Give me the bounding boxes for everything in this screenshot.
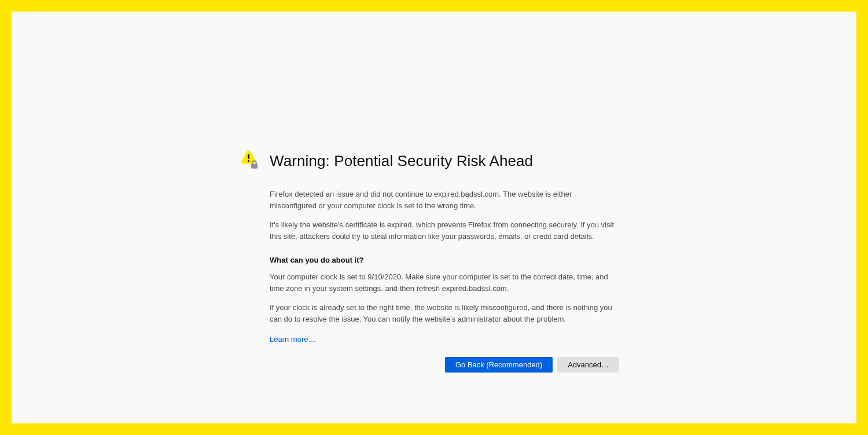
advanced-button[interactable]: Advanced… <box>557 357 619 373</box>
warning-paragraph-2: It's likely the website's certificate is… <box>270 219 619 242</box>
body-column: Firefox detected an issue and did not co… <box>270 189 619 373</box>
svg-rect-2 <box>251 164 258 169</box>
go-back-button[interactable]: Go Back (Recommended) <box>445 357 553 373</box>
svg-rect-0 <box>248 154 249 159</box>
learn-more-link[interactable]: Learn more… <box>270 335 315 344</box>
button-row: Go Back (Recommended) Advanced… <box>270 357 619 373</box>
warning-title: Warning: Potential Security Risk Ahead <box>270 153 533 170</box>
warning-paragraph-1: Firefox detected an issue and did not co… <box>270 189 619 211</box>
header-row: Warning: Potential Security Risk Ahead <box>237 153 619 171</box>
svg-point-1 <box>248 160 249 162</box>
error-page: Warning: Potential Security Risk Ahead F… <box>12 12 856 423</box>
warning-lock-icon <box>237 150 260 171</box>
outer-frame: Warning: Potential Security Risk Ahead F… <box>0 0 868 435</box>
warning-subheading: What can you do about it? <box>270 256 619 264</box>
content-container: Warning: Potential Security Risk Ahead F… <box>237 153 619 373</box>
warning-paragraph-4: If your clock is already set to the righ… <box>270 302 619 325</box>
warning-paragraph-3: Your computer clock is set to 9/10/2020.… <box>270 271 619 294</box>
